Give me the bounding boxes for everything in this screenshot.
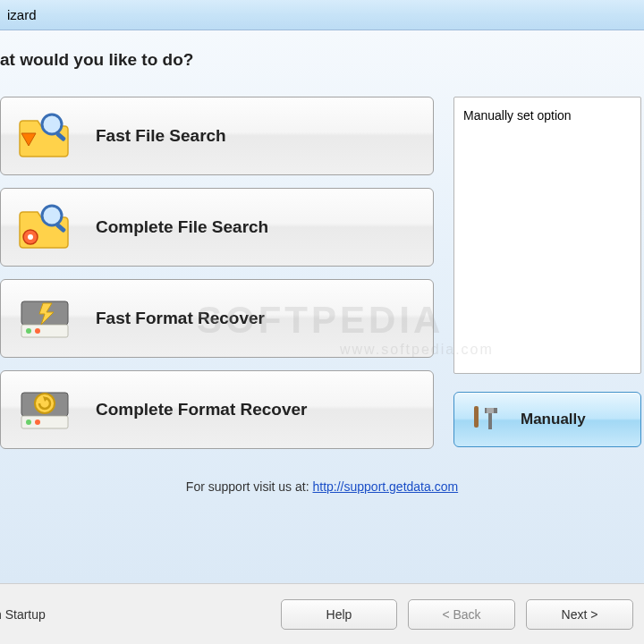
back-button[interactable]: < Back	[408, 599, 515, 630]
svg-point-5	[42, 206, 62, 225]
support-line: For support visit us at: http://support.…	[0, 479, 644, 494]
next-button[interactable]: Next >	[526, 599, 633, 630]
complete-format-recover-button[interactable]: Complete Format Recover	[0, 370, 434, 449]
info-text: Manually set option	[463, 108, 572, 123]
fast-file-search-button[interactable]: Fast File Search	[0, 97, 434, 175]
manual-label: Manually	[521, 411, 586, 428]
wizard-question: at would you like to do?	[0, 50, 644, 70]
svg-point-16	[35, 394, 55, 413]
window-title: izard	[7, 7, 37, 22]
startup-checkbox-label[interactable]: n Startup	[0, 607, 46, 622]
info-panel: Manually set option	[453, 97, 641, 374]
svg-rect-18	[474, 406, 479, 428]
svg-point-9	[26, 328, 31, 334]
option-label: Complete Format Recover	[96, 400, 308, 419]
svg-point-15	[35, 419, 40, 425]
titlebar: izard	[0, 0, 644, 30]
folder-search-full-icon	[10, 199, 81, 256]
svg-rect-19	[487, 408, 494, 413]
fast-format-recover-button[interactable]: Fast Format Recover	[0, 279, 434, 358]
footer-bar: n Startup Help < Back Next >	[0, 583, 644, 644]
drive-lightning-icon	[10, 290, 81, 347]
tools-icon	[465, 402, 506, 437]
option-label: Fast Format Recover	[96, 309, 265, 328]
complete-file-search-button[interactable]: Complete File Search	[0, 188, 434, 267]
help-button[interactable]: Help	[281, 599, 397, 630]
svg-point-4	[28, 234, 33, 240]
body-area: at would you like to do? Fast File Searc…	[0, 30, 644, 583]
svg-point-14	[26, 419, 31, 425]
option-label: Complete File Search	[96, 217, 268, 237]
info-column: Manually set option Manually	[453, 97, 641, 462]
drive-recover-icon	[10, 381, 81, 438]
manually-set-button[interactable]: Manually	[453, 392, 641, 447]
wizard-window: izard at would you like to do? Fast File…	[0, 0, 644, 644]
svg-point-1	[42, 114, 62, 134]
columns: Fast File Search Complete File Search	[0, 97, 644, 462]
support-link[interactable]: http://support.getdata.com	[312, 479, 458, 494]
option-label: Fast File Search	[96, 126, 226, 146]
svg-point-10	[35, 328, 40, 334]
options-column: Fast File Search Complete File Search	[0, 97, 434, 462]
support-prefix: For support visit us at:	[186, 479, 313, 494]
folder-search-icon	[10, 107, 81, 165]
